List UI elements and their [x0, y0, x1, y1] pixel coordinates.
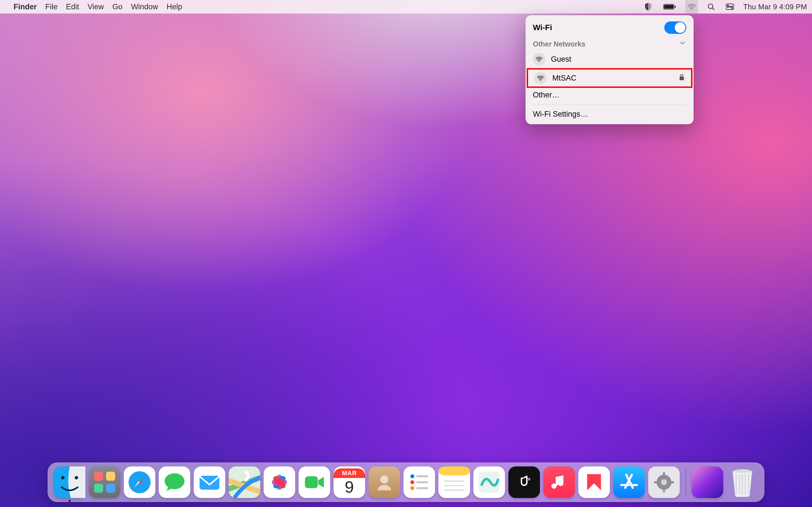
svg-rect-11	[679, 76, 684, 80]
svg-rect-52	[654, 481, 658, 483]
running-indicator	[68, 500, 71, 502]
svg-rect-43	[444, 481, 464, 482]
dock-app-maps[interactable]	[229, 466, 260, 498]
svg-point-9	[539, 61, 540, 62]
settings-icon	[652, 470, 676, 495]
notes-icon	[439, 466, 470, 498]
svg-rect-40	[416, 487, 428, 489]
safari-icon	[126, 469, 153, 495]
messages-icon	[162, 470, 187, 495]
maps-icon	[229, 466, 260, 498]
svg-point-13	[61, 476, 64, 480]
dock-app-appstore[interactable]	[613, 466, 645, 498]
wifi-network-mtsac[interactable]: MtSAC	[527, 68, 693, 88]
dock-container: MAR 9	[0, 462, 812, 502]
control-center-icon[interactable]	[724, 0, 736, 13]
tv-icon: tv	[513, 471, 536, 494]
svg-point-36	[410, 480, 414, 484]
contacts-icon	[373, 471, 396, 494]
spotlight-icon[interactable]	[705, 0, 717, 13]
dock: MAR 9	[48, 462, 764, 502]
svg-rect-39	[416, 481, 428, 483]
dock-app-contacts[interactable]	[368, 466, 400, 498]
dock-app-facetime[interactable]	[299, 466, 330, 498]
svg-rect-15	[94, 472, 103, 481]
music-icon	[548, 471, 570, 493]
dock-app-tv[interactable]: tv	[508, 466, 540, 498]
battery-icon[interactable]	[661, 0, 678, 13]
svg-rect-16	[106, 472, 115, 481]
wifi-title: Wi-Fi	[533, 23, 552, 32]
svg-rect-45	[444, 490, 464, 491]
wifi-other-label: Other…	[533, 91, 560, 99]
svg-rect-38	[416, 475, 428, 477]
svg-rect-17	[94, 484, 103, 493]
wifi-network-name: Guest	[551, 55, 571, 64]
svg-rect-50	[663, 472, 665, 476]
dock-divider	[686, 468, 686, 496]
wifi-network-name: MtSAC	[552, 74, 576, 82]
dock-recent-screenshot[interactable]	[692, 466, 723, 498]
dock-app-launchpad[interactable]	[89, 466, 120, 498]
app-menu[interactable]: Finder	[13, 3, 37, 11]
dock-app-freeform[interactable]	[473, 466, 505, 498]
menu-bar: Finder File Edit View Go Window Help	[0, 0, 812, 13]
svg-point-10	[540, 80, 541, 81]
svg-rect-1	[664, 5, 673, 9]
wifi-settings-label: Wi-Fi Settings…	[533, 110, 588, 118]
svg-rect-42	[439, 466, 470, 475]
dock-app-finder[interactable]	[54, 466, 86, 498]
launchpad-icon	[93, 471, 116, 494]
svg-rect-53	[670, 481, 674, 483]
menu-help[interactable]: Help	[167, 3, 183, 11]
reminders-icon	[407, 470, 432, 495]
svg-rect-2	[675, 6, 676, 8]
menu-view[interactable]: View	[88, 3, 104, 11]
finder-icon	[54, 466, 86, 498]
wifi-dropdown: Wi-Fi Other Networks Guest MtSAC	[525, 15, 694, 124]
svg-rect-23	[200, 476, 219, 490]
wifi-network-guest[interactable]: Guest	[525, 50, 694, 68]
calendar-day: 9	[334, 478, 365, 496]
dock-app-calendar[interactable]: MAR 9	[334, 466, 365, 498]
dock-app-news[interactable]	[578, 466, 610, 498]
svg-point-35	[410, 474, 414, 478]
svg-rect-44	[444, 485, 464, 486]
mail-icon	[197, 470, 222, 495]
photos-icon	[267, 469, 292, 495]
dock-app-reminders[interactable]	[403, 466, 435, 498]
wifi-signal-icon	[533, 53, 545, 65]
facetime-icon	[302, 470, 327, 495]
menu-file[interactable]: File	[45, 3, 58, 11]
dock-app-mail[interactable]	[194, 466, 225, 498]
trash-icon	[728, 466, 756, 498]
dock-trash[interactable]	[726, 466, 758, 498]
dock-app-settings[interactable]	[648, 466, 680, 498]
appstore-icon	[617, 471, 641, 494]
svg-rect-33	[305, 476, 318, 488]
svg-point-8	[731, 8, 733, 9]
wifi-toggle[interactable]	[664, 21, 686, 34]
dock-app-safari[interactable]	[124, 466, 155, 498]
dock-app-messages[interactable]	[159, 466, 190, 498]
wifi-section-other-networks[interactable]: Other Networks	[525, 37, 694, 50]
wifi-other-item[interactable]: Other…	[525, 88, 694, 102]
calendar-icon: MAR 9	[334, 468, 365, 496]
dock-app-photos[interactable]	[264, 466, 295, 498]
menu-edit[interactable]: Edit	[66, 3, 79, 11]
wifi-settings-item[interactable]: Wi-Fi Settings…	[525, 107, 694, 121]
dock-app-notes[interactable]	[439, 466, 470, 498]
news-icon	[582, 471, 606, 494]
lock-icon	[679, 73, 685, 83]
menubar-datetime[interactable]: Thu Mar 9 4:09 PM	[743, 3, 807, 11]
menu-window[interactable]: Window	[131, 3, 158, 11]
dock-app-music[interactable]	[543, 466, 575, 498]
svg-point-6	[727, 4, 729, 6]
svg-point-49	[661, 479, 667, 485]
wifi-menu-icon[interactable]	[685, 0, 698, 13]
svg-rect-51	[663, 489, 665, 492]
svg-point-34	[380, 475, 389, 484]
freeform-icon	[477, 470, 502, 495]
privacy-indicator-icon[interactable]	[642, 0, 654, 13]
menu-go[interactable]: Go	[112, 3, 123, 11]
